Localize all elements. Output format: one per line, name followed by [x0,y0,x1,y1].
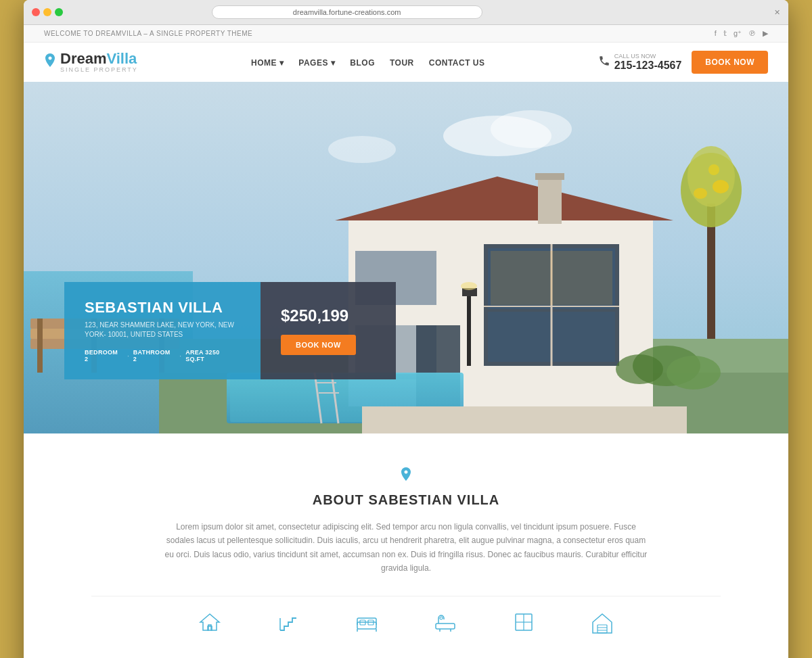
about-location-icon [91,467,721,487]
googleplus-icon[interactable]: g⁺ [734,29,742,38]
villa-name: SEBASTIAN VILLA [85,299,240,316]
youtube-icon[interactable]: ▶ [763,29,768,38]
browser-window: dreamvilla.fortune-creations.com ✕ WELCO… [24,0,788,658]
svg-point-39 [694,188,707,199]
about-title: ABOUT SABESTIAN VILLA [91,492,721,508]
svg-point-40 [708,164,719,175]
phone-icon [598,55,610,70]
svg-point-3 [328,136,396,163]
logo-pin-icon [44,53,56,72]
window-feature-icon [512,610,536,634]
area-size: AREA 3250 SQ.FT [185,349,240,362]
dot1: · [127,352,129,360]
feature-stairs [276,610,300,634]
svg-rect-44 [362,406,687,433]
feature-bath [433,610,457,634]
nav-right: CALL US NOW 215-123-4567 BOOK NOW [598,51,768,74]
maximize-dot[interactable] [55,8,63,16]
stairs-feature-icon [276,610,300,634]
top-bar: WELCOME TO DREAMVILLA – A SINGLE PROPERT… [24,25,788,43]
blog-link[interactable]: BLOG [350,58,375,68]
svg-rect-10 [37,319,43,373]
garage-feature-icon [590,610,614,634]
feature-bed [355,610,379,634]
logo-tagline: SINGLE PROPERTY [60,66,138,73]
villa-info-blue: SEBASTIAN VILLA 123, NEAR SHAMMER LAKE, … [64,282,261,379]
svg-point-42 [667,356,721,390]
svg-point-37 [687,146,735,207]
feature-home [198,610,222,634]
hero-section: SEBASTIAN VILLA 123, NEAR SHAMMER LAKE, … [24,82,788,433]
tour-link[interactable]: TOUR [390,58,414,68]
bathroom-count: BATHROOM 2 [133,349,176,362]
svg-rect-22 [538,177,562,224]
nav-links: HOME ▾ PAGES ▾ BLOG TOUR CONTACT US [251,56,485,68]
contact-link[interactable]: CONTACT US [429,58,485,68]
nav-home[interactable]: HOME ▾ [251,56,284,68]
bed-feature-icon [355,610,379,634]
close-dot[interactable] [32,8,40,16]
call-label: CALL US NOW [614,53,682,60]
browser-chrome: dreamvilla.fortune-creations.com ✕ [24,0,788,25]
feature-icons-row [91,596,721,641]
welcome-text: WELCOME TO DREAMVILLA – A SINGLE PROPERT… [44,30,252,37]
pinterest-icon[interactable]: ℗ [748,29,756,38]
svg-rect-54 [597,625,607,633]
feature-garage [590,610,614,634]
nav-pages[interactable]: PAGES ▾ [298,56,335,68]
about-section: ABOUT SABESTIAN VILLA Lorem ipsum dolor … [24,433,788,658]
villa-address: 123, NEAR SHAMMER LAKE, NEW YORK, NEW YO… [85,321,240,339]
book-now-button[interactable]: BOOK NOW [692,51,768,74]
bedroom-count: BEDROOM 2 [85,349,123,362]
logo-text: DreamVilla SINGLE PROPERTY [60,51,138,73]
logo-name: DreamVilla [60,51,138,66]
home-link[interactable]: HOME ▾ [251,58,284,68]
about-text: Lorem ipsum dolor sit amet, consectetur … [162,520,650,575]
feature-window [512,610,536,634]
browser-close[interactable]: ✕ [774,8,780,17]
window-controls [32,8,63,16]
main-nav: DreamVilla SINGLE PROPERTY HOME ▾ PAGES … [24,43,788,82]
svg-rect-23 [535,173,564,180]
nav-contact[interactable]: CONTACT US [429,56,485,68]
bath-feature-icon [433,610,457,634]
hero-scene [24,82,788,433]
svg-point-2 [491,110,572,148]
villa-features: BEDROOM 2 · BATHROOM 2 · AREA 3250 SQ.FT [85,349,240,362]
svg-rect-26 [467,291,471,366]
pages-link[interactable]: PAGES ▾ [298,58,335,68]
dot2: · [179,352,181,360]
facebook-icon[interactable]: f [715,29,717,38]
twitter-icon[interactable]: 𝕥 [723,29,727,38]
logo-area: DreamVilla SINGLE PROPERTY [44,51,138,73]
minimize-dot[interactable] [43,8,51,16]
home-feature-icon [198,610,222,634]
nav-tour[interactable]: TOUR [390,56,414,68]
svg-point-28 [461,282,477,290]
svg-point-38 [713,180,729,193]
svg-rect-25 [491,251,612,305]
villa-price-panel: $250,199 BOOK NOW [261,282,396,379]
call-area: CALL US NOW 215-123-4567 [598,53,682,72]
hero-info-panel: SEBASTIAN VILLA 123, NEAR SHAMMER LAKE, … [64,282,396,379]
address-bar[interactable]: dreamvilla.fortune-creations.com [212,5,482,19]
svg-point-43 [616,354,663,384]
villa-price: $250,199 [281,306,348,325]
svg-point-50 [440,617,443,619]
social-icons: f 𝕥 g⁺ ℗ ▶ [715,29,768,38]
call-info: CALL US NOW 215-123-4567 [614,53,682,72]
nav-blog[interactable]: BLOG [350,56,375,68]
hero-book-button[interactable]: BOOK NOW [281,335,356,355]
phone-number: 215-123-4567 [614,60,682,72]
svg-rect-49 [436,624,455,629]
